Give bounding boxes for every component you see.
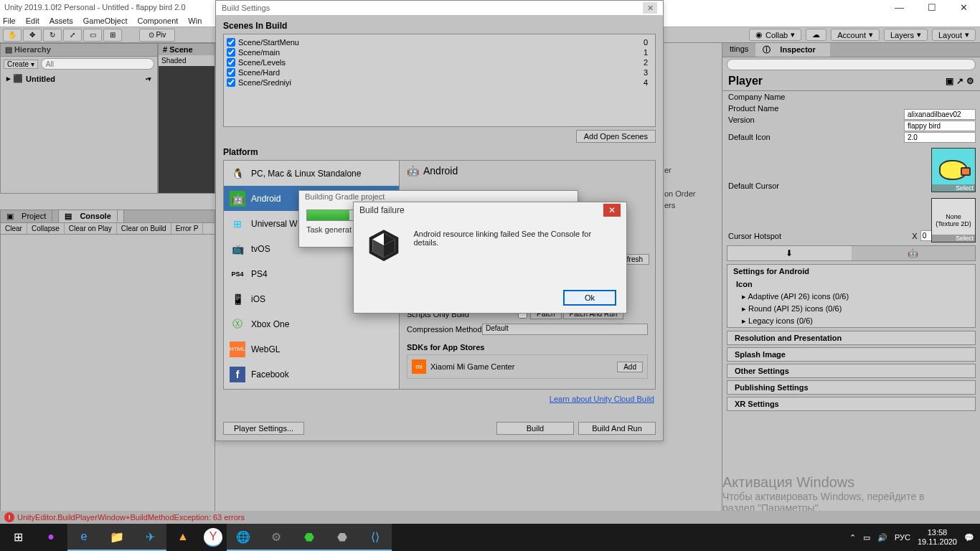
- scene-item[interactable]: Scene/Levels2: [227, 57, 652, 67]
- close-icon[interactable]: ✕: [948, 0, 980, 14]
- publishing-section[interactable]: Publishing Settings: [727, 380, 976, 395]
- icon-section[interactable]: Icon: [727, 278, 975, 291]
- help-icon[interactable]: ▣: [946, 76, 953, 86]
- legacy-icons-foldout[interactable]: ▸ Legacy icons (0/6): [727, 315, 975, 327]
- tray-battery-icon[interactable]: ▭: [863, 533, 870, 542]
- company-field[interactable]: alixanadilbaev02: [904, 109, 976, 120]
- layout-dropdown[interactable]: Layout ▾: [932, 29, 976, 41]
- settings-icon[interactable]: ↗: [956, 76, 963, 86]
- transform-tool-icon[interactable]: ⊞: [103, 29, 122, 42]
- add-open-scenes-button[interactable]: Add Open Scenes: [576, 130, 656, 143]
- build-button[interactable]: Build: [496, 422, 574, 435]
- status-bar[interactable]: ! UnityEditor.BuildPlayerWindow+BuildMet…: [0, 511, 980, 524]
- round-icons-foldout[interactable]: ▸ Round (API 25) icons (0/6): [727, 303, 975, 315]
- platform-webgl[interactable]: HTMLWebGL: [224, 336, 399, 362]
- menu-component[interactable]: Component: [137, 17, 178, 25]
- platform-xbox[interactable]: ⓍXbox One: [224, 311, 399, 336]
- platform-tab-android[interactable]: 🤖: [852, 246, 976, 260]
- error-close-icon[interactable]: ✕: [603, 204, 621, 217]
- task-unity[interactable]: ⬣: [293, 524, 326, 551]
- error-title: Build failure: [359, 205, 405, 215]
- minimize-icon[interactable]: —: [883, 0, 915, 14]
- error-pause-button[interactable]: Error P: [171, 223, 204, 234]
- default-icon-label: Default Icon: [728, 133, 829, 141]
- collapse-button[interactable]: Collapse: [27, 223, 65, 234]
- ok-button[interactable]: Ok: [563, 290, 616, 306]
- clear-button[interactable]: Clear: [1, 223, 27, 234]
- platform-standalone[interactable]: 🐧PC, Mac & Linux Standalone: [224, 161, 399, 186]
- default-icon-preview[interactable]: Select: [931, 148, 976, 192]
- status-text: UnityEditor.BuildPlayerWindow+BuildMetho…: [17, 513, 245, 522]
- resolution-section[interactable]: Resolution and Presentation: [727, 331, 976, 345]
- layers-dropdown[interactable]: Layers ▾: [884, 29, 928, 41]
- task-aimp[interactable]: ▲: [166, 524, 199, 551]
- add-sdk-button[interactable]: Add: [617, 362, 643, 372]
- build-close-icon[interactable]: ✕: [643, 2, 657, 14]
- task-chrome[interactable]: 🌐: [227, 524, 260, 551]
- task-settings[interactable]: ⚙: [260, 524, 293, 551]
- window-controls: — ☐ ✕: [883, 0, 980, 14]
- pivot-toggle[interactable]: ⊙ Piv: [139, 29, 175, 42]
- splash-section[interactable]: Splash Image: [727, 347, 976, 362]
- collab-dropdown[interactable]: ◉ Collab ▾: [749, 29, 801, 41]
- product-field[interactable]: flappy bird: [904, 121, 976, 131]
- hierarchy-scene-item[interactable]: ▸ ⬛ Untitled ▪▾: [6, 74, 151, 83]
- start-button[interactable]: ⊞: [1, 524, 34, 551]
- menu-gameobject[interactable]: GameObject: [83, 17, 128, 25]
- compression-dropdown[interactable]: Default: [482, 324, 648, 335]
- task-telegram[interactable]: ✈: [133, 524, 166, 551]
- tray-volume-icon[interactable]: 🔊: [877, 533, 887, 542]
- task-edge[interactable]: e: [67, 524, 100, 551]
- player-settings-button[interactable]: Player Settings...: [223, 422, 304, 435]
- scene-item[interactable]: Scene/StartMenu0: [227, 37, 652, 47]
- version-field[interactable]: 2.0: [904, 132, 976, 143]
- tray-lang[interactable]: РУС: [895, 533, 910, 542]
- default-cursor-preview[interactable]: None(Texture 2D)Select: [931, 198, 976, 242]
- clear-play-button[interactable]: Clear on Play: [65, 223, 117, 234]
- menu-window[interactable]: Win: [188, 17, 202, 25]
- scenes-box: Scene/StartMenu0 Scene/main1 Scene/Level…: [223, 34, 656, 127]
- task-explorer[interactable]: 📁: [100, 524, 133, 551]
- move-tool-icon[interactable]: ✥: [23, 29, 42, 42]
- console-tab[interactable]: ▤ Console: [59, 210, 123, 222]
- tray-chevron-icon[interactable]: ⌃: [849, 533, 856, 542]
- task-alice[interactable]: ●: [34, 524, 67, 551]
- hierarchy-search-input[interactable]: [41, 58, 154, 70]
- adaptive-icons-foldout[interactable]: ▸ Adaptive (API 26) icons (0/6): [727, 291, 975, 303]
- rotate-tool-icon[interactable]: ↻: [43, 29, 62, 42]
- task-yandex[interactable]: Y: [204, 528, 222, 547]
- scene-item[interactable]: Scene/Sredniyi4: [227, 77, 652, 88]
- hierarchy-tab[interactable]: ▤ Hierarchy: [1, 44, 157, 57]
- task-vscode[interactable]: ⟨⟩: [359, 524, 392, 551]
- menu-edit[interactable]: Edit: [26, 17, 39, 25]
- create-dropdown[interactable]: Create ▾: [4, 60, 38, 69]
- tray-notifications-icon[interactable]: 💬: [964, 533, 974, 542]
- account-dropdown[interactable]: Account ▾: [831, 29, 880, 41]
- inspector-search-input[interactable]: [727, 59, 976, 70]
- tray-clock[interactable]: 13:5819.11.2020: [918, 528, 957, 547]
- other-settings-section[interactable]: Other Settings: [727, 364, 976, 378]
- hand-tool-icon[interactable]: ✋: [3, 29, 22, 42]
- scale-tool-icon[interactable]: ⤢: [63, 29, 82, 42]
- scene-item[interactable]: Scene/main1: [227, 47, 652, 57]
- menu-assets[interactable]: Assets: [50, 17, 73, 25]
- maximize-icon[interactable]: ☐: [915, 0, 948, 14]
- scene-item[interactable]: Scene/Hard3: [227, 67, 652, 77]
- settings-tab[interactable]: ttings: [722, 43, 755, 57]
- build-and-run-button[interactable]: Build And Run: [578, 422, 656, 435]
- rect-tool-icon[interactable]: ▭: [83, 29, 102, 42]
- xr-section[interactable]: XR Settings: [727, 397, 976, 411]
- scene-shading[interactable]: Shaded: [159, 55, 215, 66]
- cloud-icon[interactable]: ☁: [806, 29, 826, 41]
- menu-icon[interactable]: ⚙: [966, 76, 974, 86]
- task-unity-hub[interactable]: ⬣: [326, 524, 359, 551]
- clear-build-button[interactable]: Clear on Build: [117, 223, 171, 234]
- cloud-build-link[interactable]: Learn about Unity Cloud Build: [550, 395, 654, 403]
- project-tab[interactable]: ▣ Project: [1, 210, 59, 222]
- version-label: Version: [728, 116, 829, 124]
- menu-file[interactable]: File: [3, 17, 16, 25]
- platform-facebook[interactable]: fFacebook: [224, 362, 399, 387]
- inspector-tab[interactable]: ⓘ Inspector: [755, 43, 830, 57]
- platform-tab-standalone[interactable]: ⬇: [727, 246, 852, 260]
- scene-tab[interactable]: # Scene: [159, 44, 215, 55]
